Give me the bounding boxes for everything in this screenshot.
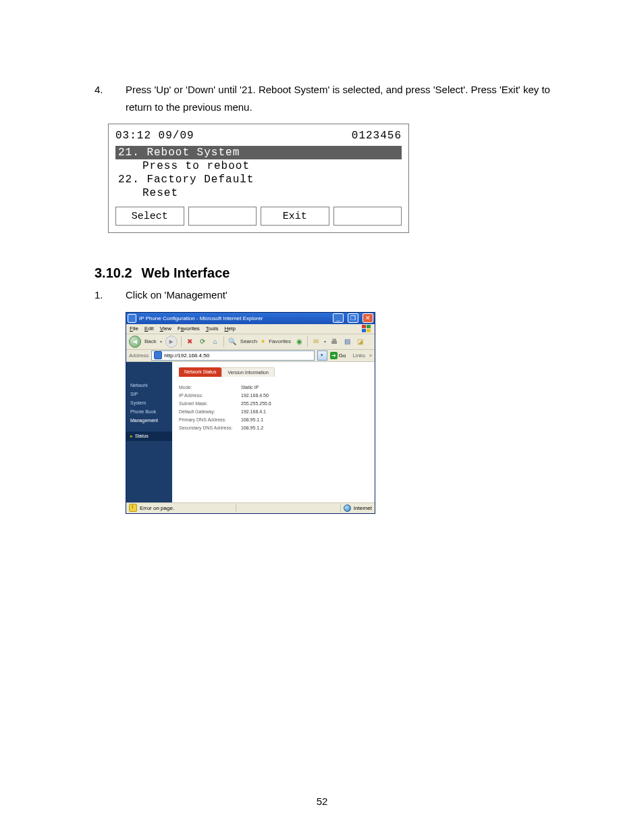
value-dns1: 168.95.1.1 bbox=[241, 417, 263, 422]
status-sep bbox=[236, 504, 236, 512]
page-icon bbox=[154, 351, 162, 359]
status-zone-text: Internet bbox=[354, 505, 372, 511]
print-icon[interactable]: 🖶 bbox=[329, 337, 339, 346]
softkey-blank-2[interactable] bbox=[333, 207, 402, 226]
section-heading: 3.10.2Web Interface bbox=[95, 265, 556, 281]
step-1-number: 1. bbox=[95, 286, 126, 304]
softkey-blank-1[interactable] bbox=[188, 207, 257, 226]
status-sep-2 bbox=[340, 504, 341, 512]
step-4-text: Press 'Up' or 'Down' until '21. Reboot S… bbox=[126, 81, 556, 115]
label-dns2: Secondary DNS Address: bbox=[179, 425, 241, 430]
page-number: 52 bbox=[0, 796, 644, 807]
go-button[interactable]: ➜Go bbox=[330, 352, 346, 359]
address-url: http://192.168.4.50 bbox=[164, 353, 209, 359]
value-mask: 255.255.255.0 bbox=[241, 401, 271, 406]
search-icon[interactable]: 🔍 bbox=[227, 337, 237, 346]
search-label: Search bbox=[240, 338, 257, 344]
ie-titlebar: IP Phone Configuration - Microsoft Inter… bbox=[126, 313, 375, 324]
bullet-icon: ▸ bbox=[130, 434, 133, 438]
label-ip: IP Address: bbox=[179, 393, 241, 398]
lcd-item-22: 22. Factory Default bbox=[115, 173, 402, 186]
menu-view[interactable]: View bbox=[160, 325, 171, 332]
value-gateway: 192.168.4.1 bbox=[241, 409, 266, 414]
ie-title-text: IP Phone Configuration - Microsoft Inter… bbox=[139, 315, 329, 321]
windows-flag-icon bbox=[362, 325, 371, 333]
forward-button[interactable]: ► bbox=[165, 336, 178, 348]
edit-icon[interactable]: ▤ bbox=[342, 337, 352, 346]
refresh-icon[interactable]: ⟳ bbox=[198, 337, 207, 346]
tab-version-info[interactable]: Version Information bbox=[221, 367, 274, 377]
softkey-exit[interactable]: Exit bbox=[261, 207, 329, 226]
status-grid: Mode:Static IP IP Address:192.168.4.50 S… bbox=[179, 385, 368, 430]
back-button[interactable]: ◄ bbox=[129, 336, 141, 348]
phone-lcd: 03:12 09/09 0123456 21. Reboot System Pr… bbox=[108, 124, 409, 233]
step-1-text: Click on 'Management' bbox=[126, 286, 556, 304]
mail-dropdown-icon[interactable]: ▾ bbox=[324, 339, 326, 344]
links-label[interactable]: Links bbox=[352, 353, 365, 359]
ie-toolbar: ◄ Back ▾ ► ✖ ⟳ ⌂ 🔍 Search ★ Favorites ◉ … bbox=[126, 334, 375, 350]
step-4-number: 4. bbox=[95, 81, 126, 99]
favorites-star-icon[interactable]: ★ bbox=[261, 338, 265, 344]
label-mode: Mode: bbox=[179, 385, 241, 390]
discuss-icon[interactable]: ◪ bbox=[355, 337, 365, 346]
sidebar-item-status[interactable]: ▸Status bbox=[126, 432, 172, 441]
status-error-text: Error on page. bbox=[140, 505, 174, 511]
label-mask: Subnet Mask: bbox=[179, 401, 241, 406]
back-dropdown-icon[interactable]: ▾ bbox=[160, 339, 162, 344]
sidebar-item-management[interactable]: Management bbox=[126, 416, 172, 425]
menu-favorites[interactable]: Favorites bbox=[178, 325, 200, 332]
toolbar-sep bbox=[181, 336, 182, 347]
warning-icon bbox=[129, 504, 137, 512]
svg-rect-0 bbox=[362, 325, 366, 328]
back-label: Back bbox=[144, 338, 157, 344]
lcd-selected-sub: Press to reboot bbox=[115, 159, 402, 173]
sidebar-item-network[interactable]: Network bbox=[126, 381, 172, 390]
section-title: Web Interface bbox=[142, 265, 230, 280]
address-input[interactable]: http://192.168.4.50 bbox=[151, 350, 314, 361]
minimize-button[interactable]: _ bbox=[333, 313, 344, 323]
ie-app-icon bbox=[128, 314, 136, 323]
value-mode: Static IP bbox=[241, 385, 259, 390]
lcd-item-22-sub: Reset bbox=[115, 186, 402, 200]
links-chevron-icon[interactable]: » bbox=[369, 353, 372, 358]
toolbar-sep-2 bbox=[223, 336, 224, 347]
close-button[interactable]: ✕ bbox=[363, 313, 373, 323]
section-number: 3.10.2 bbox=[95, 265, 132, 280]
menu-tools[interactable]: Tools bbox=[206, 325, 219, 332]
lcd-time: 03:12 09/09 bbox=[115, 130, 194, 142]
content-pane: Network Status Version Information Mode:… bbox=[172, 362, 375, 502]
tab-network-status[interactable]: Network Status bbox=[179, 367, 221, 377]
maximize-button[interactable]: ❐ bbox=[348, 313, 358, 323]
sidebar: Network SIP System Phone Book Management… bbox=[126, 362, 172, 502]
svg-rect-2 bbox=[362, 329, 366, 332]
ie-addressbar: Address http://192.168.4.50 ▾ ➜Go Links … bbox=[126, 350, 375, 362]
internet-zone-icon bbox=[344, 504, 351, 512]
value-ip: 192.168.4.50 bbox=[241, 393, 269, 398]
menu-help[interactable]: Help bbox=[225, 325, 236, 332]
mail-icon[interactable]: ✉ bbox=[311, 337, 321, 346]
favorites-label: Favorites bbox=[269, 338, 291, 344]
address-label: Address bbox=[129, 353, 149, 359]
menu-edit[interactable]: Edit bbox=[144, 325, 154, 332]
ie-menubar: File Edit View Favorites Tools Help bbox=[126, 324, 375, 334]
stop-icon[interactable]: ✖ bbox=[185, 337, 194, 346]
sidebar-item-phonebook[interactable]: Phone Book bbox=[126, 407, 172, 416]
menu-file[interactable]: File bbox=[130, 325, 138, 332]
ie-statusbar: Error on page. Internet bbox=[126, 502, 375, 513]
toolbar-sep-3 bbox=[307, 336, 308, 347]
ie-window: IP Phone Configuration - Microsoft Inter… bbox=[126, 312, 375, 514]
softkey-select[interactable]: Select bbox=[115, 207, 184, 226]
label-dns1: Primary DNS Address: bbox=[179, 417, 241, 422]
history-icon[interactable]: ◉ bbox=[294, 337, 304, 346]
lcd-selected-item: 21. Reboot System bbox=[115, 146, 402, 159]
sidebar-item-sip[interactable]: SIP bbox=[126, 390, 172, 398]
svg-rect-1 bbox=[367, 325, 371, 328]
sidebar-item-system[interactable]: System bbox=[126, 398, 172, 407]
home-icon[interactable]: ⌂ bbox=[211, 337, 220, 346]
value-dns2: 168.95.1.2 bbox=[241, 425, 263, 430]
lcd-code: 0123456 bbox=[352, 130, 402, 142]
label-gateway: Default Gateway: bbox=[179, 409, 241, 414]
address-dropdown-icon[interactable]: ▾ bbox=[317, 350, 327, 361]
svg-rect-3 bbox=[367, 329, 371, 332]
